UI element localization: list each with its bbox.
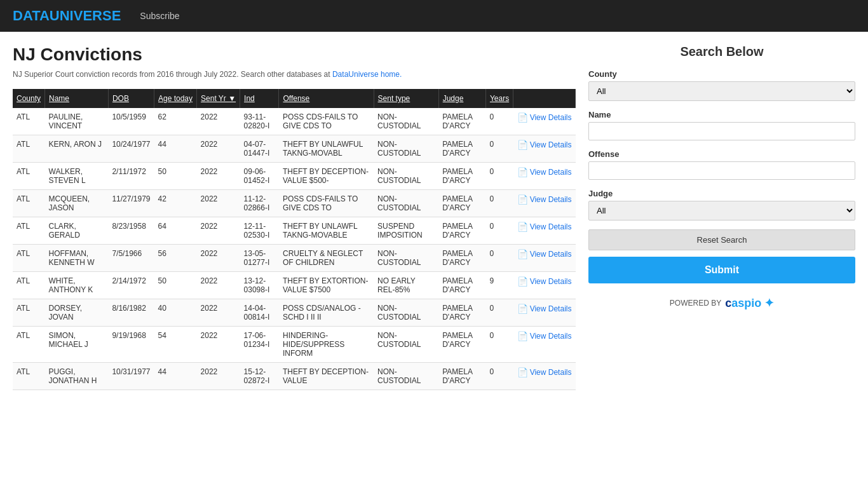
view-details-link[interactable]: 📄 View Details: [517, 276, 572, 287]
table-row: ATLCLARK, GERALD8/23/195864202212-11-025…: [13, 217, 576, 245]
cell-ind: 93-11-02820-I: [240, 108, 279, 135]
cell-ind: 13-05-01277-I: [240, 245, 279, 272]
datauniverse-link[interactable]: DataUniverse home.: [332, 70, 402, 79]
cell-age_today: 40: [154, 299, 197, 327]
view-details-link[interactable]: 📄 View Details: [517, 194, 572, 205]
cell-sent_type: NON-CUSTODIAL: [374, 163, 438, 190]
cell-dob: 10/31/1977: [108, 363, 154, 390]
table-row: ATLKERN, ARON J10/24/197744202204-07-014…: [13, 135, 576, 163]
cell-sent_yr: 2022: [197, 108, 240, 135]
cell-years: 0: [485, 190, 513, 217]
cell-county: ATL: [13, 299, 45, 327]
offense-label: Offense: [588, 149, 855, 159]
name-input[interactable]: [588, 122, 855, 140]
subscribe-link[interactable]: Subscribe: [140, 11, 179, 21]
sidebar: Search Below County All Name Offense Jud…: [588, 44, 855, 390]
cell-sent_type: NON-CUSTODIAL: [374, 190, 438, 217]
view-details-link[interactable]: 📄 View Details: [517, 331, 572, 341]
cell-county: ATL: [13, 272, 45, 299]
cell-offense: THEFT BY DECEPTION-VALUE $500-: [279, 163, 374, 190]
cell-years: 0: [485, 327, 513, 363]
county-select[interactable]: All: [588, 81, 855, 101]
cell-dob: 10/5/1959: [108, 108, 154, 135]
view-details-link[interactable]: 📄 View Details: [517, 367, 572, 377]
cell-judge: PAMELA D'ARCY: [438, 163, 485, 190]
cell-judge: PAMELA D'ARCY: [438, 190, 485, 217]
cell-years: 0: [485, 135, 513, 163]
cell-offense: POSS CDS-FAILS TO GIVE CDS TO: [279, 108, 374, 135]
caspio-logo: caspio ✦: [725, 296, 774, 310]
cell-judge: PAMELA D'ARCY: [438, 217, 485, 245]
reset-button[interactable]: Reset Search: [588, 229, 855, 250]
table-row: ATLHOFFMAN, KENNETH W7/5/196656202213-05…: [13, 245, 576, 272]
cell-county: ATL: [13, 108, 45, 135]
cell-age_today: 50: [154, 272, 197, 299]
cell-county: ATL: [13, 190, 45, 217]
cell-dob: 2/14/1972: [108, 272, 154, 299]
doc-icon: 📄: [517, 304, 528, 314]
col-county[interactable]: County: [13, 89, 45, 108]
cell-name: WALKER, STEVEN L: [45, 163, 109, 190]
cell-action: 📄 View Details: [513, 108, 576, 135]
col-offense[interactable]: Offense: [279, 89, 374, 108]
cell-county: ATL: [13, 363, 45, 390]
cell-action: 📄 View Details: [513, 327, 576, 363]
cell-offense: THEFT BY UNLAWFUL TAKNG-MOVABL: [279, 135, 374, 163]
view-details-link[interactable]: 📄 View Details: [517, 304, 572, 314]
cell-offense: THEFT BY EXTORTION-VALUE $7500: [279, 272, 374, 299]
offense-input[interactable]: [588, 161, 855, 180]
col-dob[interactable]: DOB: [108, 89, 154, 108]
col-judge[interactable]: Judge: [438, 89, 485, 108]
view-details-link[interactable]: 📄 View Details: [517, 222, 572, 232]
col-sent-yr[interactable]: Sent Yr ▼: [197, 89, 240, 108]
col-ind[interactable]: Ind: [240, 89, 279, 108]
cell-sent_yr: 2022: [197, 245, 240, 272]
cell-sent_yr: 2022: [197, 163, 240, 190]
table-row: ATLPAULINE, VINCENT10/5/195962202293-11-…: [13, 108, 576, 135]
cell-county: ATL: [13, 135, 45, 163]
cell-sent_yr: 2022: [197, 217, 240, 245]
cell-sent_yr: 2022: [197, 299, 240, 327]
powered-by: POWERED BY caspio ✦: [588, 296, 855, 310]
col-years[interactable]: Years: [485, 89, 513, 108]
cell-judge: PAMELA D'ARCY: [438, 135, 485, 163]
table-row: ATLWALKER, STEVEN L2/11/197250202209-06-…: [13, 163, 576, 190]
cell-ind: 04-07-01447-I: [240, 135, 279, 163]
view-details-link[interactable]: 📄 View Details: [517, 167, 572, 177]
cell-dob: 10/24/1977: [108, 135, 154, 163]
table-row: ATLSIMON, MICHAEL J9/19/196854202217-06-…: [13, 327, 576, 363]
judge-select[interactable]: All: [588, 201, 855, 220]
cell-offense: THEFT BY DECEPTION-VALUE: [279, 363, 374, 390]
view-details-link[interactable]: 📄 View Details: [517, 249, 572, 259]
cell-ind: 17-06-01234-I: [240, 327, 279, 363]
cell-name: KERN, ARON J: [45, 135, 109, 163]
cell-judge: PAMELA D'ARCY: [438, 363, 485, 390]
cell-age_today: 42: [154, 190, 197, 217]
cell-ind: 13-12-03098-I: [240, 272, 279, 299]
content-area: NJ Convictions NJ Superior Court convict…: [13, 44, 576, 390]
cell-action: 📄 View Details: [513, 190, 576, 217]
logo-universe: UNIVERSE: [50, 8, 121, 24]
col-age[interactable]: Age today: [154, 89, 197, 108]
col-name[interactable]: Name: [45, 89, 109, 108]
county-field: County All: [588, 69, 855, 101]
cell-sent_type: SUSPEND IMPOSITION: [374, 217, 438, 245]
cell-dob: 2/11/1972: [108, 163, 154, 190]
view-details-link[interactable]: 📄 View Details: [517, 112, 572, 123]
cell-action: 📄 View Details: [513, 299, 576, 327]
page-subtitle: NJ Superior Court conviction records fro…: [13, 70, 576, 79]
cell-ind: 15-12-02872-I: [240, 363, 279, 390]
cell-sent_type: NON-CUSTODIAL: [374, 327, 438, 363]
doc-icon: 📄: [517, 249, 528, 259]
doc-icon: 📄: [517, 112, 528, 123]
cell-sent_type: NON-CUSTODIAL: [374, 363, 438, 390]
cell-ind: 09-06-01452-I: [240, 163, 279, 190]
cell-judge: PAMELA D'ARCY: [438, 108, 485, 135]
doc-icon: 📄: [517, 140, 528, 150]
submit-button[interactable]: Submit: [588, 257, 855, 283]
cell-sent_type: NON-CUSTODIAL: [374, 245, 438, 272]
col-sent-type[interactable]: Sent type: [374, 89, 438, 108]
view-details-link[interactable]: 📄 View Details: [517, 140, 572, 150]
cell-ind: 12-11-02530-I: [240, 217, 279, 245]
cell-name: DORSEY, JOVAN: [45, 299, 109, 327]
